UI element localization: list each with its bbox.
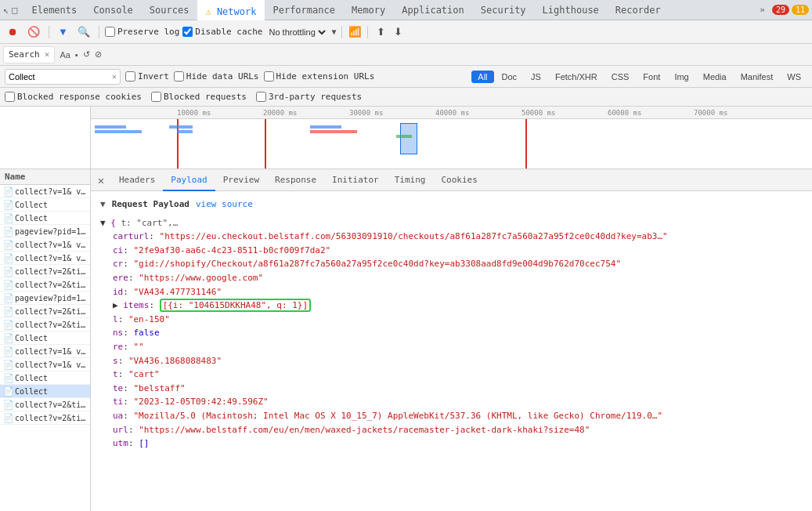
request-item[interactable]: 📄Collect: [0, 212, 90, 225]
panel-tab-response[interactable]: Response: [267, 169, 324, 191]
request-item[interactable]: 📄collect?v=1&_v=j101&a=...: [0, 185, 90, 198]
request-name: collect?v=2&tid=G-16QR...: [15, 281, 87, 289]
panel-tab-cookies[interactable]: Cookies: [433, 169, 485, 191]
timeline-tick-3: 40000 ms: [435, 109, 469, 117]
request-item[interactable]: 📄collect?v=2&tid=G-CRRR...: [0, 398, 90, 411]
preserve-log-label[interactable]: Preserve log: [105, 27, 179, 37]
throttle-select[interactable]: No throttling: [265, 27, 328, 38]
request-item[interactable]: 📄collect?v=1&_v=j101&a=...: [0, 238, 90, 252]
invert-checkbox[interactable]: [125, 71, 135, 82]
tab-application[interactable]: Application: [394, 0, 472, 20]
payload-content[interactable]: ▼ Request Payload view source ▼ { t: "ca…: [91, 191, 812, 511]
timeline-tick-2: 30000 ms: [349, 109, 383, 117]
third-party-label[interactable]: 3rd-party requests: [256, 92, 362, 102]
request-item[interactable]: 📄collect?v=2&tid=G-CRRR...: [0, 305, 90, 318]
request-item[interactable]: 📄collect?v=1&_v=j101&a=...: [0, 252, 90, 265]
toolbar-separator-3: [341, 26, 342, 38]
svg-rect-0: [95, 125, 126, 129]
hide-extension-checkbox[interactable]: [264, 71, 274, 82]
warn-count-badge: 11: [792, 5, 809, 15]
filter-type-manifest[interactable]: Manifest: [734, 71, 780, 83]
filter-type-js[interactable]: JS: [525, 71, 547, 83]
more-tabs-button[interactable]: »: [755, 5, 770, 15]
hide-extension-label[interactable]: Hide extension URLs: [264, 71, 375, 82]
timeline-right[interactable]: 10000 ms20000 ms30000 ms40000 ms50000 ms…: [91, 107, 812, 169]
regex-btn[interactable]: •: [74, 48, 80, 61]
blocked-requests-label[interactable]: Blocked requests: [151, 92, 247, 102]
view-source-link[interactable]: view source: [196, 198, 253, 212]
filter-type-font[interactable]: Font: [637, 71, 666, 83]
request-item[interactable]: 📄collect?v=1&_v=j101&a=...: [0, 358, 90, 371]
doc-icon: 📄: [3, 213, 13, 223]
request-item[interactable]: 📄Collect: [0, 371, 90, 385]
panel-tab-payload[interactable]: Payload: [163, 169, 215, 191]
request-item[interactable]: 📄collect?v=2&tid=G-16QR...: [0, 411, 90, 425]
tab-recorder[interactable]: Recorder: [608, 0, 669, 20]
payload-field: ti: "2023-12-05T09:42:49.596Z": [113, 395, 803, 409]
tab-elements[interactable]: Elements: [23, 0, 85, 20]
tab-security[interactable]: Security: [473, 0, 535, 20]
svg-rect-6: [396, 135, 412, 138]
disable-cache-checkbox[interactable]: [182, 27, 193, 37]
invert-label[interactable]: Invert: [125, 71, 169, 82]
download-icon[interactable]: ⬇: [391, 25, 405, 39]
request-item[interactable]: 📄pageview?pid=1458&uu=...: [0, 225, 90, 238]
inspect-icon: □: [12, 5, 17, 16]
tab-network[interactable]: Network: [197, 0, 265, 20]
filter-clear-btn[interactable]: ✕: [112, 72, 117, 81]
panel-close-btn[interactable]: ✕: [94, 173, 108, 187]
refresh-search-btn[interactable]: ↺: [81, 48, 92, 61]
filter-type-all[interactable]: All: [471, 71, 493, 83]
timeline-area: 10000 ms20000 ms30000 ms40000 ms50000 ms…: [0, 107, 812, 169]
third-party-checkbox[interactable]: [256, 92, 266, 102]
timeline-tick-4: 50000 ms: [521, 109, 555, 117]
filter-type-css[interactable]: CSS: [605, 71, 636, 83]
panel-tab-initiator[interactable]: Initiator: [324, 169, 387, 191]
tab-memory[interactable]: Memory: [344, 0, 394, 20]
tab-console[interactable]: Console: [85, 0, 142, 20]
filter-button[interactable]: ▼: [55, 24, 71, 39]
filter-input[interactable]: [9, 72, 110, 82]
search-button[interactable]: 🔍: [74, 24, 93, 39]
root-toggle[interactable]: ▼: [100, 218, 110, 228]
request-name: Collect: [15, 214, 48, 223]
request-item[interactable]: 📄pageview?pid=1458&uu=...: [0, 292, 90, 305]
blocked-cookies-checkbox[interactable]: [5, 92, 15, 102]
stop-search-btn[interactable]: ⊘: [93, 48, 103, 61]
clear-button[interactable]: 🚫: [24, 24, 43, 39]
filter-type-doc[interactable]: Doc: [496, 71, 524, 83]
search-tab-close[interactable]: ×: [45, 49, 50, 60]
blocked-requests-checkbox[interactable]: [151, 92, 161, 102]
svg-rect-1: [95, 130, 142, 133]
hide-data-urls-label[interactable]: Hide data URLs: [174, 71, 259, 82]
request-item[interactable]: 📄collect?v=2&tid=G-16QR...: [0, 278, 90, 292]
field-toggle[interactable]: ▶: [113, 300, 123, 310]
case-sensitive-btn[interactable]: Aa: [58, 48, 71, 61]
panel-tab-preview[interactable]: Preview: [215, 169, 267, 191]
request-item[interactable]: 📄collect?v=1&_v=j101&a=...: [0, 345, 90, 358]
doc-icon: 📄: [3, 333, 13, 342]
record-button[interactable]: ⏺: [5, 24, 21, 39]
tab-performance[interactable]: Performance: [265, 0, 343, 20]
filter-type-media[interactable]: Media: [697, 71, 733, 83]
filter-type-ws[interactable]: WS: [781, 71, 807, 83]
disable-cache-label[interactable]: Disable cache: [182, 27, 262, 37]
request-item[interactable]: 📄collect?v=2&tid=G-CRRR...: [0, 265, 90, 278]
panel-tab-headers[interactable]: Headers: [111, 169, 163, 191]
wifi-icon[interactable]: 📶: [348, 25, 362, 39]
request-item[interactable]: 📄Collect: [0, 198, 90, 212]
tab-lighthouse[interactable]: Lighthouse: [535, 0, 608, 20]
hide-data-urls-checkbox[interactable]: [174, 71, 184, 82]
filter-type-img[interactable]: Img: [668, 71, 695, 83]
request-item[interactable]: 📄Collect: [0, 332, 90, 345]
panel-tab-timing[interactable]: Timing: [387, 169, 434, 191]
tab-sources[interactable]: Sources: [142, 0, 198, 20]
blocked-cookies-label[interactable]: Blocked response cookies: [5, 92, 142, 102]
request-name: pageview?pid=1458&uu=...: [15, 294, 87, 303]
upload-icon[interactable]: ⬆: [374, 25, 388, 39]
search-tab[interactable]: Search ×: [3, 46, 55, 63]
filter-type-fetch-xhr[interactable]: Fetch/XHR: [549, 71, 604, 83]
preserve-log-checkbox[interactable]: [105, 27, 115, 37]
request-item[interactable]: 📄Collect: [0, 385, 90, 398]
request-item[interactable]: 📄collect?v=2&tid=G-16QR...: [0, 318, 90, 332]
